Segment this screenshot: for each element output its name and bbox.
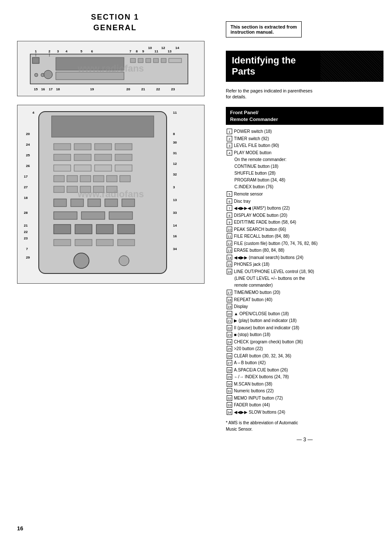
svg-rect-70 — [109, 212, 133, 219]
identifying-title: Identifying the Parts — [232, 55, 378, 78]
svg-rect-11 — [56, 72, 124, 80]
sub-item: On the remote commander: — [233, 156, 286, 163]
parts-list-item-29: 29←/→ INDEX buttons (24, 78) — [226, 374, 383, 380]
svg-rect-4 — [146, 58, 151, 63]
part-number-badge: 16 — [227, 269, 232, 274]
sub-item: SHUFFLE button (28) — [233, 170, 286, 176]
svg-rect-42 — [95, 144, 112, 150]
parts-list-item-13: 13ERASE button (80, 84, 88) — [226, 247, 383, 254]
svg-rect-48 — [54, 165, 71, 171]
identifying-header: Identifying the Parts — [226, 51, 383, 82]
part-number-badge: 11 — [227, 233, 232, 239]
left-column: SECTION 1 GENERAL www.radiofans — [0, 0, 222, 538]
top-diagram: www.radiofans — [17, 41, 205, 96]
part-text: POWER switch (18) — [234, 128, 383, 135]
svg-rect-69 — [81, 212, 105, 219]
svg-text:7: 7 — [130, 49, 132, 53]
part-number-badge: 6 — [227, 199, 232, 204]
svg-text:9: 9 — [142, 49, 144, 53]
part-text: ◀◀▶▶ SLOW buttons (24) — [234, 409, 383, 416]
part-text: A.SPACE/A CUE button (26) — [234, 367, 383, 374]
svg-rect-39 — [52, 116, 154, 137]
svg-text:27: 27 — [24, 185, 28, 189]
svg-rect-58 — [54, 186, 64, 193]
svg-text:12: 12 — [173, 162, 177, 166]
part-number-badge: 3 — [227, 143, 232, 148]
svg-point-79 — [74, 253, 89, 268]
parts-list-item-6: 6Disc tray — [226, 198, 383, 205]
part-number-badge: 1 — [227, 129, 232, 134]
svg-text:16: 16 — [173, 234, 177, 238]
bottom-diagram-svg: 4 20 24 25 26 17 27 18 28 21 22 23 7 29 … — [17, 105, 205, 284]
svg-point-80 — [119, 256, 129, 266]
svg-rect-73 — [96, 224, 113, 234]
svg-text:16: 16 — [41, 87, 45, 91]
svg-text:19: 19 — [90, 87, 94, 91]
svg-text:29: 29 — [26, 256, 30, 259]
part-text: FILE RECALL button (84, 88) — [234, 233, 383, 240]
right-column: This section is extracted from instructi… — [222, 0, 392, 538]
part-number-badge: 28 — [227, 367, 232, 373]
part-number-badge: 34 — [227, 409, 232, 415]
svg-rect-78 — [118, 239, 135, 246]
part-number-badge: 12 — [227, 241, 232, 246]
svg-rect-10 — [32, 58, 39, 63]
part-text: FILE (custom file) button (70, 74, 76, 8… — [234, 240, 383, 247]
part-number-badge: 30 — [227, 381, 232, 387]
parts-list-item-9: 9EDIT/TIME FADE button (58, 64) — [226, 219, 383, 226]
svg-rect-57 — [120, 175, 130, 182]
svg-text:24: 24 — [26, 143, 30, 147]
svg-text:15: 15 — [34, 87, 38, 91]
svg-text:18: 18 — [24, 196, 28, 200]
svg-rect-76 — [75, 239, 92, 246]
parts-list-item-11: 11FILE RECALL button (84, 88) — [226, 233, 383, 240]
parts-list-item-8: 8DISPLAY MODE button (20) — [226, 212, 383, 219]
svg-text:3: 3 — [57, 49, 59, 53]
part-text: TIMER switch (92) — [234, 135, 383, 142]
parts-list-item-16: 16LINE OUT/PHONE LEVEL control (18, 90) — [226, 268, 383, 275]
part-number-badge: 4 — [227, 150, 232, 155]
parts-list-item-10: 10PEAK SEARCH button (66) — [226, 226, 383, 233]
part-text: LINE OUT/PHONE LEVEL control (18, 90) — [234, 268, 383, 275]
page-number-left: 16 — [17, 525, 23, 532]
svg-text:14: 14 — [173, 224, 177, 227]
part-text: ■ (stop) button (18) — [234, 331, 383, 338]
part-number-badge: 5 — [227, 191, 232, 197]
svg-rect-64 — [71, 199, 84, 207]
part-text: ←/→ INDEX buttons (24, 78) — [234, 374, 383, 380]
svg-rect-77 — [96, 239, 113, 246]
parts-list-item-30: 30M.SCAN button (38) — [226, 381, 383, 388]
svg-rect-46 — [95, 154, 112, 161]
svg-text:7: 7 — [26, 247, 28, 251]
instruction-box: This section is extracted from instructi… — [226, 21, 302, 37]
sub-items-16: (LINE OUT LEVEL +/– buttons on theremote… — [227, 275, 305, 289]
svg-text:33: 33 — [173, 211, 177, 215]
part-number-badge: 21 — [227, 318, 232, 323]
svg-rect-66 — [105, 199, 118, 207]
svg-text:22: 22 — [156, 87, 160, 91]
svg-text:17: 17 — [24, 175, 28, 178]
svg-text:25: 25 — [26, 153, 30, 157]
part-text: ▶ (play) button and indicator (18) — [234, 317, 383, 324]
svg-rect-52 — [54, 175, 64, 182]
part-number-badge: 8 — [227, 213, 232, 218]
svg-text:30: 30 — [173, 141, 177, 144]
parts-list-item-25: 25>20 button (22) — [226, 345, 383, 352]
svg-rect-45 — [74, 154, 91, 161]
refer-text: Refer to the pages indicated in parenthe… — [226, 88, 383, 100]
bottom-diagram-container: www.radiofans — [17, 105, 213, 284]
parts-list-item-18: 18REPEAT button (40) — [226, 296, 383, 303]
svg-text:14: 14 — [176, 46, 179, 50]
svg-text:34: 34 — [173, 247, 177, 251]
svg-text:20: 20 — [26, 132, 30, 136]
instruction-line2: instruction manual. — [231, 29, 297, 35]
parts-list-item-33: 33FADER button (44) — [226, 402, 383, 409]
parts-list-item-19: 19Display — [226, 303, 383, 310]
part-text: Disc tray — [234, 198, 383, 205]
svg-text:4: 4 — [66, 49, 68, 53]
parts-list-item-12: 12FILE (custom file) button (70, 74, 76,… — [226, 240, 383, 247]
part-text: ERASE button (80, 84, 88) — [234, 247, 383, 254]
part-number-badge: 2 — [227, 136, 232, 141]
parts-list-item-22: 22II (pause) button and indicator (18) — [226, 325, 383, 331]
svg-rect-67 — [122, 199, 135, 207]
